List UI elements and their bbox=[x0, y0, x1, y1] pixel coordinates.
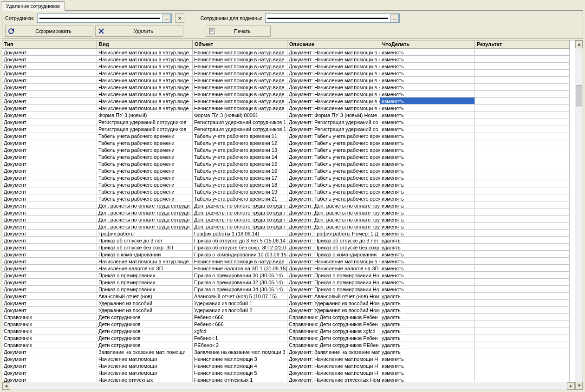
table-cell[interactable]: Регистрация удержаний сотрудников 1 bbox=[193, 125, 287, 132]
table-cell[interactable]: изменять bbox=[380, 56, 475, 63]
table-cell[interactable]: Документ: Начисление налогов на ЗП bbox=[287, 265, 380, 272]
table-cell[interactable] bbox=[475, 348, 570, 355]
table-cell[interactable]: Табель учета рабочего времени 21 bbox=[193, 195, 287, 202]
table-cell[interactable]: изменять bbox=[380, 146, 475, 153]
table-cell[interactable]: удалять bbox=[380, 334, 475, 341]
table-cell[interactable]: Документ bbox=[2, 49, 97, 56]
table-cell[interactable] bbox=[475, 286, 570, 293]
table-cell[interactable]: Документ: Табель учета рабочего врем bbox=[287, 195, 380, 202]
table-cell[interactable]: удалять bbox=[380, 300, 475, 307]
table-cell[interactable]: Документ bbox=[2, 258, 97, 265]
table-cell[interactable]: изменять bbox=[380, 132, 475, 139]
table-cell[interactable] bbox=[475, 230, 570, 237]
delete-button[interactable]: Удалить bbox=[95, 26, 183, 37]
table-cell[interactable]: Регистрация удержаний сотрудников bbox=[97, 118, 193, 125]
table-cell[interactable]: Документ: Доп. расчеты по оплате тру bbox=[287, 202, 380, 209]
table-cell[interactable]: Начисление мат.помощи в натур.виде bbox=[97, 84, 193, 91]
table-cell[interactable]: Документ bbox=[2, 139, 97, 146]
table-cell[interactable]: Справочник: Дети сотрудников Ребен bbox=[287, 314, 380, 320]
table-cell[interactable]: удалять bbox=[380, 348, 475, 355]
table-cell[interactable]: Документ: Начисление мат.помощи в н bbox=[287, 84, 380, 91]
table-cell[interactable]: Начисление мат.помощи в натур.виде bbox=[97, 56, 193, 63]
scroll-thumb[interactable] bbox=[576, 85, 582, 106]
table-cell[interactable]: РЕбенок 2 bbox=[193, 341, 287, 348]
table-cell[interactable]: Форма ПУ-3 (новый) 00001 bbox=[193, 111, 287, 118]
table-cell[interactable]: изменять bbox=[380, 70, 475, 77]
table-cell[interactable]: изменять bbox=[380, 258, 475, 265]
table-cell[interactable]: Табель учета рабочего времени 13 bbox=[193, 146, 287, 153]
table-cell[interactable]: Удержания из пособий bbox=[97, 300, 193, 307]
replacement-select-button[interactable]: … bbox=[390, 14, 399, 22]
table-cell[interactable]: Дети сотрудников bbox=[97, 341, 193, 348]
table-cell[interactable]: Документ bbox=[2, 167, 97, 174]
table-cell[interactable]: изменять bbox=[380, 49, 475, 56]
table-cell[interactable]: Доп. расчеты по оплате труда сотрудн bbox=[97, 202, 193, 209]
table-cell[interactable]: Документ: Табель учета рабочего врем bbox=[287, 132, 380, 139]
table-cell[interactable]: изменять bbox=[380, 265, 475, 272]
table-cell[interactable]: Документ: Регистрация удержаний со bbox=[287, 125, 380, 132]
table-cell[interactable]: Табель учета рабочего времени 11 bbox=[193, 132, 287, 139]
table-cell[interactable]: Табель учета рабочего времени bbox=[97, 167, 193, 174]
table-cell[interactable] bbox=[475, 300, 570, 307]
table-cell[interactable]: изменять bbox=[380, 91, 475, 98]
table-cell[interactable]: Документ: Доп. расчеты по оплате тру bbox=[287, 209, 380, 216]
table-cell[interactable]: удалять bbox=[380, 341, 475, 348]
table-cell[interactable] bbox=[475, 307, 570, 314]
table-cell[interactable]: Справочник: Дети сотрудников Ребен bbox=[287, 334, 380, 341]
table-cell[interactable]: Приказ об отпуске до 3 лет 5 (15.08.14 bbox=[193, 237, 287, 244]
table-cell[interactable]: Документ bbox=[2, 125, 97, 132]
table-cell[interactable]: Начисление мат.помощи в натур.виде bbox=[193, 105, 287, 111]
table-cell[interactable]: Документ: Табель учета рабочего врем bbox=[287, 174, 380, 181]
table-cell[interactable]: Справочник bbox=[2, 314, 97, 320]
table-cell[interactable]: удалять bbox=[380, 320, 475, 327]
table-cell[interactable]: Документ bbox=[2, 111, 97, 118]
table-cell[interactable]: изменять bbox=[380, 272, 475, 279]
table-cell[interactable] bbox=[475, 202, 570, 209]
table-cell[interactable]: Начисление мат.помощи bbox=[97, 362, 193, 369]
table-cell[interactable]: Справочник: Дети сотрудников xgfcd bbox=[287, 327, 380, 334]
table-cell[interactable] bbox=[475, 181, 570, 188]
table-cell[interactable]: изменять bbox=[380, 174, 475, 181]
table-cell[interactable]: изменять bbox=[380, 369, 475, 376]
table-cell[interactable]: Начисление мат.помощи в натур.виде bbox=[97, 49, 193, 56]
table-cell[interactable]: Документ: Начисление мат.помощи в н bbox=[287, 49, 380, 56]
table-cell[interactable]: изменять bbox=[380, 105, 475, 111]
table-cell[interactable] bbox=[475, 153, 570, 160]
table-cell[interactable] bbox=[475, 223, 570, 230]
table-cell[interactable]: Документ: Приказ об отпуске до 3 лет bbox=[287, 237, 380, 244]
table-cell[interactable]: Начисление мат.помощи bbox=[97, 355, 193, 362]
table-cell[interactable]: Справочник bbox=[2, 341, 97, 348]
table-cell[interactable]: Ребенок 1 bbox=[193, 334, 287, 341]
table-cell[interactable] bbox=[475, 139, 570, 146]
table-cell[interactable]: Документ bbox=[2, 251, 97, 258]
vertical-scrollbar[interactable] bbox=[575, 40, 583, 390]
table-cell[interactable]: Справочник bbox=[2, 320, 97, 327]
table-cell[interactable]: Приказ о премировании bbox=[97, 272, 193, 279]
table-cell[interactable]: Табель учета рабочего времени bbox=[97, 132, 193, 139]
table-cell[interactable] bbox=[475, 167, 570, 174]
table-cell[interactable]: Регистрация удержаний сотрудников bbox=[97, 125, 193, 132]
table-cell[interactable]: изменять bbox=[380, 286, 475, 293]
table-cell[interactable]: Документ bbox=[2, 230, 97, 237]
table-cell[interactable]: Документ bbox=[2, 118, 97, 125]
table-cell[interactable]: Документ: Начисление мат.помощи в н bbox=[287, 91, 380, 98]
table-cell[interactable]: Табель учета рабочего времени 14 bbox=[193, 153, 287, 160]
table-cell[interactable]: изменять bbox=[380, 77, 475, 84]
table-cell[interactable]: Документ bbox=[2, 146, 97, 153]
table-cell[interactable]: Начисление мат.помощи в натур.виде bbox=[97, 258, 193, 265]
table-cell[interactable]: Документ: Приказ о командировании bbox=[287, 251, 380, 258]
table-cell[interactable]: изменять bbox=[380, 209, 475, 216]
employee-select-button[interactable]: … bbox=[162, 14, 171, 22]
table-cell[interactable]: удалять bbox=[380, 327, 475, 334]
table-cell[interactable] bbox=[475, 105, 570, 111]
table-cell[interactable]: Начисление мат.помощи bbox=[97, 369, 193, 376]
table-cell[interactable]: Документ: Табель учета рабочего врем bbox=[287, 181, 380, 188]
table-cell[interactable]: Ребенок 666 bbox=[193, 320, 287, 327]
table-cell[interactable]: Удержания из пособий bbox=[97, 307, 193, 314]
table-cell[interactable]: Документ: Начисление мат.помощи Н bbox=[287, 362, 380, 369]
column-header[interactable]: Описание bbox=[287, 40, 380, 49]
table-cell[interactable] bbox=[475, 369, 570, 376]
scroll-track-h[interactable] bbox=[10, 382, 567, 390]
horizontal-scrollbar[interactable] bbox=[2, 382, 575, 390]
table-cell[interactable]: изменять bbox=[380, 223, 475, 230]
